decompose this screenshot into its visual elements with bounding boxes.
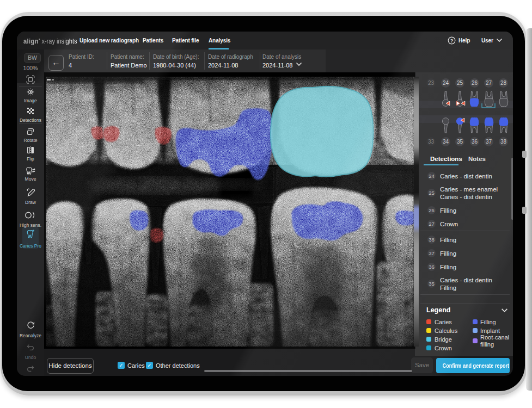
svg-text:?: ?	[450, 38, 454, 44]
